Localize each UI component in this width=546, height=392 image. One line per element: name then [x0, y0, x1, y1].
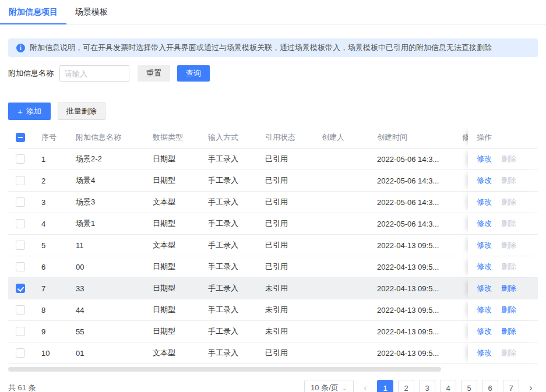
next-page-button[interactable]: ›: [524, 380, 538, 392]
edit-link[interactable]: 修改: [477, 283, 492, 294]
horizontal-scrollbar[interactable]: [8, 367, 441, 372]
cell-data-type: 日期型: [144, 154, 199, 164]
cell-data-type: 文本型: [144, 197, 199, 207]
cell-ref-status: 已引用: [256, 240, 313, 250]
delete-link[interactable]: 删除: [501, 240, 516, 250]
table-row: 8 44 日期型 手工录入 未引用 2022-04-13 09:5... 修改 …: [8, 299, 538, 321]
cell-created-at: 2022-04-13 09:5...: [368, 306, 453, 315]
delete-link[interactable]: 删除: [501, 283, 516, 294]
row-checkbox[interactable]: [16, 241, 25, 250]
page-button-1[interactable]: 1: [377, 380, 393, 392]
row-checkbox[interactable]: [16, 262, 25, 271]
cell-ref-status: 已引用: [256, 175, 313, 186]
cell-ref-status: 已引用: [256, 197, 313, 207]
data-table: 序号 附加信息名称 数据类型 输入方式 引用状态 创建人 创建时间 修 操作 1…: [8, 127, 538, 364]
tab-label: 场景模板: [75, 7, 108, 17]
row-checkbox[interactable]: [16, 176, 25, 185]
column-header-name: 附加信息名称: [67, 132, 144, 143]
action-bar: + 添加 批量删除: [8, 103, 538, 120]
cell-created-at: 2022-04-13 09:5...: [368, 241, 453, 250]
column-header-modified-truncated: 修: [453, 132, 468, 143]
cell-created-at: 2022-05-06 14:3...: [368, 155, 453, 164]
batch-delete-button[interactable]: 批量删除: [58, 103, 105, 120]
delete-link[interactable]: 删除: [501, 175, 516, 186]
page-size-select[interactable]: 10 条/页 ⌄: [304, 380, 354, 392]
row-checkbox[interactable]: [16, 284, 25, 293]
page-button-3[interactable]: 3: [419, 380, 435, 392]
plus-icon: +: [17, 107, 23, 116]
cell-data-type: 日期型: [144, 305, 199, 315]
table-row: 9 55 日期型 手工录入 未引用 2022-04-13 09:5... 修改 …: [8, 321, 538, 342]
row-checkbox[interactable]: [16, 197, 25, 207]
row-checkbox[interactable]: [16, 219, 25, 228]
cell-index: 1: [33, 155, 67, 164]
cell-created-at: 2022-04-13 09:5...: [368, 327, 453, 336]
row-checkbox[interactable]: [16, 327, 25, 336]
select-all-checkbox[interactable]: [16, 133, 25, 142]
delete-link[interactable]: 删除: [501, 218, 516, 229]
edit-link[interactable]: 修改: [477, 218, 492, 229]
info-icon: i: [16, 44, 25, 52]
page-button-5[interactable]: 5: [461, 380, 477, 392]
cell-input-mode: 手工录入: [199, 305, 256, 315]
tab-scene-templates[interactable]: 场景模板: [66, 0, 117, 24]
cell-name: 44: [67, 306, 144, 315]
page: 附加信息项目 场景模板 i 附加信息说明，可在开具发票时选择带入开具界面或通过与…: [0, 0, 546, 392]
delete-link[interactable]: 删除: [501, 154, 516, 164]
tab-label: 附加信息项目: [9, 7, 58, 17]
cell-name: 场景4: [67, 175, 144, 186]
query-button[interactable]: 查询: [177, 65, 210, 82]
delete-link[interactable]: 删除: [501, 197, 516, 207]
edit-link[interactable]: 修改: [477, 348, 492, 358]
pagination-pages: 1234567: [377, 380, 519, 392]
table-row: 7 33 日期型 手工录入 未引用 2022-04-13 09:5... 修改 …: [8, 278, 538, 299]
cell-data-type: 文本型: [144, 348, 199, 358]
cell-input-mode: 手工录入: [199, 240, 256, 250]
search-input[interactable]: [59, 65, 129, 82]
edit-link[interactable]: 修改: [477, 154, 492, 164]
edit-link[interactable]: 修改: [477, 175, 492, 186]
cell-created-at: 2022-04-13 09:5...: [368, 284, 453, 293]
page-button-6[interactable]: 6: [482, 380, 498, 392]
edit-link[interactable]: 修改: [477, 326, 492, 337]
row-checkbox[interactable]: [16, 154, 25, 164]
cell-name: 55: [67, 327, 144, 336]
cell-input-mode: 手工录入: [199, 348, 256, 358]
delete-link[interactable]: 删除: [501, 326, 516, 337]
edit-link[interactable]: 修改: [477, 305, 492, 315]
cell-name: 11: [67, 241, 144, 250]
pagination: 10 条/页 ⌄ ‹ 1234567 ›: [304, 380, 538, 392]
table-row: 4 场景1 日期型 手工录入 已引用 2022-05-06 14:3... 修改…: [8, 213, 538, 235]
cell-index: 3: [33, 198, 67, 207]
prev-page-button[interactable]: ‹: [358, 380, 372, 392]
delete-link[interactable]: 删除: [501, 348, 516, 358]
page-button-2[interactable]: 2: [398, 380, 414, 392]
tab-additional-info-items[interactable]: 附加信息项目: [0, 0, 66, 24]
edit-link[interactable]: 修改: [477, 197, 492, 207]
row-checkbox[interactable]: [16, 305, 25, 315]
edit-link[interactable]: 修改: [477, 262, 492, 272]
table-body: 1 场景2-2 日期型 手工录入 已引用 2022-05-06 14:3... …: [8, 149, 538, 364]
cell-input-mode: 手工录入: [199, 197, 256, 207]
cell-ref-status: 已引用: [256, 348, 313, 358]
cell-created-at: 2022-05-06 14:3...: [368, 176, 453, 185]
table-row: 2 场景4 日期型 手工录入 已引用 2022-05-06 14:3... 修改…: [8, 170, 538, 192]
cell-ref-status: 未引用: [256, 305, 313, 315]
add-button[interactable]: + 添加: [8, 103, 51, 120]
cell-input-mode: 手工录入: [199, 262, 256, 272]
page-button-4[interactable]: 4: [440, 380, 456, 392]
delete-link[interactable]: 删除: [501, 262, 516, 272]
column-header-created-at: 创建时间: [368, 132, 453, 143]
edit-link[interactable]: 修改: [477, 240, 492, 250]
delete-link[interactable]: 删除: [501, 305, 516, 315]
info-banner-text: 附加信息说明，可在开具发票时选择带入开具界面或通过与场景模板关联，通过场景模板带…: [30, 43, 492, 53]
table-row: 6 00 日期型 手工录入 已引用 2022-04-13 09:5... 修改 …: [8, 256, 538, 278]
cell-name: 场景1: [67, 218, 144, 229]
cell-created-at: 2022-05-06 14:3...: [368, 220, 453, 228]
page-button-7[interactable]: 7: [503, 380, 519, 392]
total-count: 共 61 条: [8, 383, 36, 392]
cell-name: 场景2-2: [67, 154, 144, 164]
cell-name: 01: [67, 349, 144, 358]
reset-button[interactable]: 重置: [138, 65, 170, 82]
row-checkbox[interactable]: [16, 348, 25, 358]
